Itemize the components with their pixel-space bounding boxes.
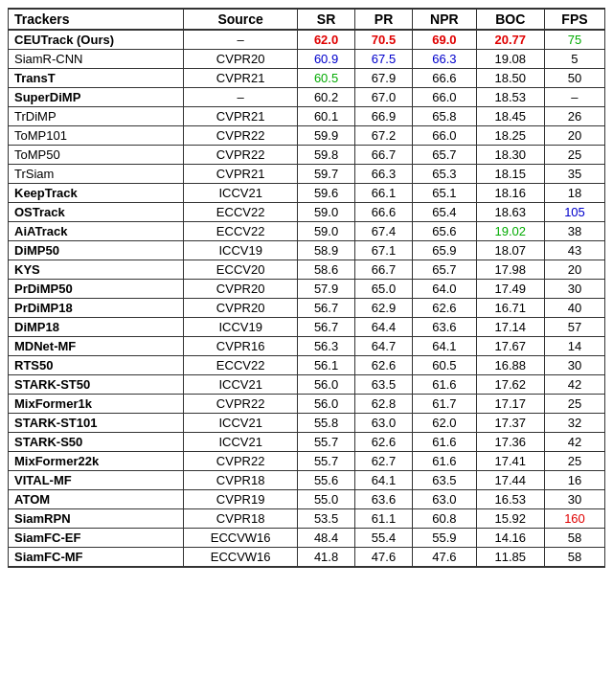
table-row: STARK-ST50ICCV2156.063.561.617.6242 [9, 375, 605, 395]
cell-fps: 32 [544, 414, 604, 433]
cell-boc: 17.67 [476, 337, 544, 356]
results-table: Trackers Source SR PR NPR BOC FPS CEUTra… [8, 8, 605, 568]
cell-npr: 66.0 [413, 126, 477, 146]
cell-boc: 18.25 [476, 126, 544, 146]
cell-npr: 66.6 [413, 69, 477, 88]
cell-sr: 56.7 [298, 318, 355, 337]
cell-boc: 20.77 [476, 30, 544, 50]
cell-source: CVPR22 [184, 452, 298, 471]
cell-boc: 11.85 [476, 548, 544, 568]
cell-sr: 56.1 [298, 356, 355, 375]
col-header-npr: NPR [413, 9, 477, 30]
cell-npr: 63.0 [413, 490, 477, 509]
cell-fps: 50 [544, 69, 604, 88]
table-row: AiATrackECCV2259.067.465.619.0238 [9, 222, 605, 241]
cell-sr: 59.8 [298, 146, 355, 165]
cell-source: ECCVW16 [184, 529, 298, 548]
cell-sr: 60.5 [298, 69, 355, 88]
cell-fps: 160 [544, 509, 604, 529]
cell-fps: 35 [544, 165, 604, 184]
cell-sr: 60.2 [298, 88, 355, 107]
cell-source: ECCVW16 [184, 548, 298, 568]
cell-fps: 40 [544, 299, 604, 318]
table-row: ToMP50CVPR2259.866.765.718.3025 [9, 146, 605, 165]
cell-source: – [184, 88, 298, 107]
cell-npr: 64.1 [413, 337, 477, 356]
table-row: KeepTrackICCV2159.666.165.118.1618 [9, 184, 605, 203]
cell-boc: 16.88 [476, 356, 544, 375]
cell-tracker: SiamFC-MF [9, 548, 184, 568]
cell-boc: 18.63 [476, 203, 544, 222]
cell-tracker: SiamR-CNN [9, 50, 184, 69]
cell-fps: 25 [544, 146, 604, 165]
cell-tracker: DiMP50 [9, 241, 184, 260]
cell-npr: 61.6 [413, 433, 477, 452]
table-row: SiamRPNCVPR1853.561.160.815.92160 [9, 509, 605, 529]
cell-tracker: SiamFC-EF [9, 529, 184, 548]
cell-fps: 14 [544, 337, 604, 356]
cell-npr: 64.0 [413, 280, 477, 299]
cell-source: ICCV21 [184, 184, 298, 203]
cell-sr: 59.6 [298, 184, 355, 203]
cell-npr: 66.3 [413, 50, 477, 69]
cell-source: CVPR20 [184, 50, 298, 69]
cell-sr: 59.0 [298, 222, 355, 241]
cell-fps: 105 [544, 203, 604, 222]
cell-fps: 18 [544, 184, 604, 203]
table-row: MixFormer1kCVPR2256.062.861.717.1725 [9, 395, 605, 414]
cell-boc: 17.14 [476, 318, 544, 337]
cell-fps: 25 [544, 452, 604, 471]
cell-pr: 67.0 [355, 88, 413, 107]
cell-tracker: MixFormer22k [9, 452, 184, 471]
cell-tracker: SiamRPN [9, 509, 184, 529]
cell-tracker: MDNet-MF [9, 337, 184, 356]
cell-source: ECCV22 [184, 222, 298, 241]
cell-fps: 20 [544, 260, 604, 280]
cell-fps: 58 [544, 529, 604, 548]
cell-npr: 65.6 [413, 222, 477, 241]
cell-npr: 69.0 [413, 30, 477, 50]
col-header-trackers: Trackers [9, 9, 184, 30]
cell-npr: 63.6 [413, 318, 477, 337]
cell-fps: 75 [544, 30, 604, 50]
cell-sr: 59.7 [298, 165, 355, 184]
cell-pr: 55.4 [355, 529, 413, 548]
cell-boc: 17.37 [476, 414, 544, 433]
table-row: SuperDiMP–60.267.066.018.53– [9, 88, 605, 107]
cell-tracker: PrDiMP50 [9, 280, 184, 299]
cell-source: CVPR16 [184, 337, 298, 356]
table-row: OSTrackECCV2259.066.665.418.63105 [9, 203, 605, 222]
cell-source: ICCV19 [184, 318, 298, 337]
cell-sr: 60.9 [298, 50, 355, 69]
cell-sr: 57.9 [298, 280, 355, 299]
cell-npr: 55.9 [413, 529, 477, 548]
cell-tracker: SuperDiMP [9, 88, 184, 107]
cell-tracker: PrDiMP18 [9, 299, 184, 318]
cell-boc: 18.45 [476, 107, 544, 126]
cell-pr: 67.4 [355, 222, 413, 241]
cell-tracker: STARK-ST50 [9, 375, 184, 395]
cell-sr: 55.0 [298, 490, 355, 509]
cell-boc: 18.50 [476, 69, 544, 88]
cell-sr: 53.5 [298, 509, 355, 529]
cell-pr: 66.7 [355, 260, 413, 280]
table-row: SiamFC-MFECCVW1641.847.647.611.8558 [9, 548, 605, 568]
cell-pr: 62.6 [355, 356, 413, 375]
table-row: ATOMCVPR1955.063.663.016.5330 [9, 490, 605, 509]
cell-fps: 57 [544, 318, 604, 337]
cell-source: ECCV22 [184, 356, 298, 375]
cell-tracker: STARK-ST101 [9, 414, 184, 433]
cell-npr: 65.7 [413, 260, 477, 280]
cell-pr: 62.8 [355, 395, 413, 414]
cell-source: CVPR20 [184, 280, 298, 299]
cell-fps: – [544, 88, 604, 107]
cell-boc: 17.62 [476, 375, 544, 395]
cell-pr: 62.9 [355, 299, 413, 318]
cell-fps: 30 [544, 280, 604, 299]
cell-boc: 18.30 [476, 146, 544, 165]
cell-boc: 17.17 [476, 395, 544, 414]
cell-sr: 56.3 [298, 337, 355, 356]
cell-source: ICCV21 [184, 433, 298, 452]
table-row: ToMP101CVPR2259.967.266.018.2520 [9, 126, 605, 146]
cell-sr: 58.6 [298, 260, 355, 280]
